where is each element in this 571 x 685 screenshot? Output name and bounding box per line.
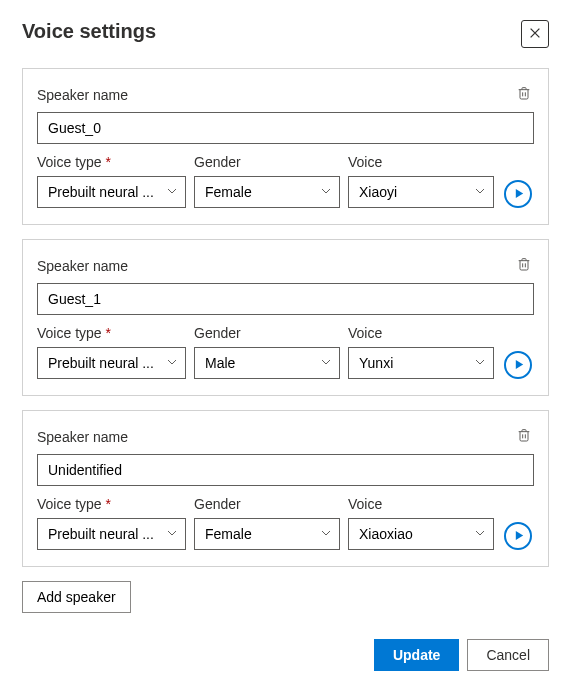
play-icon [512,529,525,544]
gender-label: Gender [194,154,340,170]
gender-select[interactable]: Female [194,518,340,550]
voice-type-select[interactable]: Prebuilt neural ... [37,347,186,379]
trash-icon [516,260,532,275]
speaker-name-label: Speaker name [37,87,128,103]
voice-type-select[interactable]: Prebuilt neural ... [37,518,186,550]
speaker-name-input[interactable] [37,283,534,315]
voice-select[interactable]: Xiaoyi [348,176,494,208]
close-button[interactable] [521,20,549,48]
play-voice-button[interactable] [504,522,532,550]
voice-label: Voice [348,496,494,512]
update-button[interactable]: Update [374,639,459,671]
delete-speaker-button[interactable] [514,425,534,448]
voice-type-label: Voice type * [37,154,186,170]
voice-type-label: Voice type * [37,496,186,512]
speaker-card: Speaker name Voice type * Prebuilt neura… [22,239,549,396]
cancel-button[interactable]: Cancel [467,639,549,671]
voice-label: Voice [348,154,494,170]
speaker-card: Speaker name Voice type * Prebuilt neura… [22,410,549,567]
speaker-card: Speaker name Voice type * Prebuilt neura… [22,68,549,225]
trash-icon [516,89,532,104]
close-icon [528,26,542,43]
speaker-name-input[interactable] [37,112,534,144]
speaker-name-label: Speaker name [37,429,128,445]
play-icon [512,358,525,373]
delete-speaker-button[interactable] [514,254,534,277]
voice-label: Voice [348,325,494,341]
voice-type-label: Voice type * [37,325,186,341]
voice-select[interactable]: Yunxi [348,347,494,379]
play-voice-button[interactable] [504,180,532,208]
trash-icon [516,431,532,446]
play-voice-button[interactable] [504,351,532,379]
add-speaker-button[interactable]: Add speaker [22,581,131,613]
gender-label: Gender [194,325,340,341]
delete-speaker-button[interactable] [514,83,534,106]
voice-type-select[interactable]: Prebuilt neural ... [37,176,186,208]
gender-select[interactable]: Male [194,347,340,379]
voice-select[interactable]: Xiaoxiao [348,518,494,550]
speaker-name-input[interactable] [37,454,534,486]
page-title: Voice settings [22,20,156,43]
gender-select[interactable]: Female [194,176,340,208]
play-icon [512,187,525,202]
gender-label: Gender [194,496,340,512]
speaker-name-label: Speaker name [37,258,128,274]
